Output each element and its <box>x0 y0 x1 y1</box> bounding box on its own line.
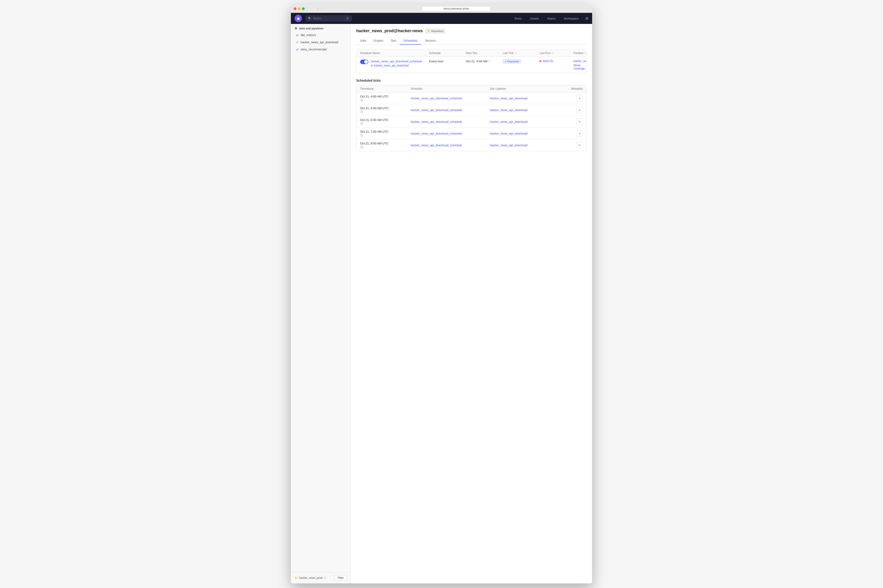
sync-icon-2: ⇄ <box>295 48 299 51</box>
schedule-name-link[interactable]: hacker_news_api_download_schedule <box>371 60 422 63</box>
show-coverage-link[interactable]: Show coverage <box>574 64 583 70</box>
last-run-info-icon: ⓘ <box>552 51 554 55</box>
last-run-cell[interactable]: 3ef2c72c <box>540 60 574 63</box>
schedule-toggle[interactable] <box>360 60 368 64</box>
table-row: Oct 21, 5:00 AM UTC 🕓 hacker_news_api_do… <box>357 104 586 116</box>
tick-expand-1: ∨ <box>569 105 583 115</box>
tab-sensors[interactable]: Sensors <box>421 37 440 45</box>
filter-button[interactable]: Filter <box>334 575 347 580</box>
tick-expand-4: ∨ <box>569 140 583 150</box>
sidebar: ⚙ Jobs and pipelines ⇄ dbt_metrics ↺ hac… <box>291 24 351 584</box>
sidebar-item-story-recommender[interactable]: ⇄ story_recommender <box>292 46 349 52</box>
requested-badge: 1 Requested <box>503 59 521 63</box>
sidebar-item-left: ⇄ dbt_metrics <box>295 33 316 37</box>
col-schedule-name: Schedule Name <box>360 51 429 55</box>
tick-timestamp-3: Oct 21, 7:00 AM UTC 🕓 <box>360 128 411 139</box>
tab-graphs[interactable]: Graphs <box>370 37 387 45</box>
app: ◆ 🔍 Search... / Runs Assets Status Works… <box>291 13 592 584</box>
refresh-icon: ↺ <box>295 41 299 44</box>
clock-icon-1: 🕓 <box>360 110 411 113</box>
sidebar-item-label: story_recommender <box>301 48 327 51</box>
back-button[interactable]: ‹ <box>318 7 318 10</box>
search-icon: 🔍 <box>308 17 311 20</box>
sidebar-footer: 📁 hacker_news_prod ↺ Filter <box>291 572 351 584</box>
tick-schedule-0: hacker_news_api_download_schedule <box>411 97 490 100</box>
traffic-lights <box>294 8 305 10</box>
titlebar: ‹ › demo.elementl.show <box>291 4 592 13</box>
tick-job-4: hacker_news_api_download <box>490 144 569 147</box>
search-shortcut: / <box>346 17 349 20</box>
nav-runs[interactable]: Runs <box>513 16 523 21</box>
forward-button[interactable]: › <box>320 7 321 10</box>
tick-expand-2: ∨ <box>569 117 583 127</box>
col-job-pipeline: Job / pipeline <box>490 87 569 90</box>
titlebar-center: demo.elementl.show <box>323 6 589 11</box>
nav-workspace[interactable]: Workspace <box>562 16 581 21</box>
expand-button-3[interactable]: ∨ <box>576 130 583 136</box>
sync-icon-1: ⇄ <box>295 34 299 37</box>
clock-icon-0: 🕓 <box>360 99 411 102</box>
partition-link[interactable]: hacker_news_api_download_partition_set <box>574 60 583 63</box>
next-tick-cell: Oct 21, 4:00 AM ⓘ <box>466 60 503 63</box>
tick-timestamp-1: Oct 21, 5:00 AM UTC 🕓 <box>360 104 411 116</box>
tick-timestamp-2: Oct 21, 6:00 AM UTC 🕓 <box>360 116 411 128</box>
col-next-tick: Next Tick <box>466 51 503 55</box>
sidebar-item-label: dbt_metrics <box>301 33 316 37</box>
section-title: Scheduled ticks <box>356 79 586 82</box>
tick-schedule-3: hacker_news_api_download_schedule <box>411 132 490 135</box>
sidebar-item-dbt-metrics[interactable]: ⇄ dbt_metrics <box>292 32 349 38</box>
expand-button-2[interactable]: ∨ <box>576 118 583 125</box>
schedule-name-cell: hacker_news_api_download_schedule ⚙ hack… <box>360 60 429 67</box>
maximize-button[interactable] <box>302 8 305 10</box>
nav-assets[interactable]: Assets <box>528 16 541 21</box>
sidebar-item-left: ↺ hacker_news_api_download <box>295 40 338 44</box>
tick-job-1: hacker_news_api_download <box>490 108 569 112</box>
col-timestamp: Timestamp <box>360 87 411 90</box>
address-bar[interactable]: demo.elementl.show <box>422 6 491 11</box>
sidebar-item-hacker-news[interactable]: ↺ hacker_news_api_download <box>292 39 349 45</box>
schedule-name-info: hacker_news_api_download_schedule ⚙ hack… <box>371 60 422 67</box>
expand-button-1[interactable]: ∨ <box>576 107 583 113</box>
url-text: demo.elementl.show <box>444 7 469 10</box>
schedule-row: hacker_news_api_download_schedule ⚙ hack… <box>357 57 586 73</box>
repo-badge[interactable]: 📁 Repository <box>425 28 446 33</box>
tick-schedule-2: hacker_news_api_download_schedule <box>411 120 490 123</box>
settings-icon[interactable]: ⚙ <box>585 16 588 21</box>
close-button[interactable] <box>294 8 297 10</box>
expand-button-4[interactable]: ∨ <box>576 142 583 148</box>
repo-badge-icon: 📁 <box>427 29 430 32</box>
partition-info-icon: ⓘ <box>585 51 586 55</box>
col-partition: Partition ⓘ <box>574 51 583 55</box>
content-area: hacker_news_prod@hacker-news 📁 Repositor… <box>351 24 592 584</box>
nav-links: Runs Assets Status Workspace ⚙ <box>513 16 588 21</box>
refresh-repo-icon[interactable]: ↺ <box>324 576 326 579</box>
page-title: hacker_news_prod@hacker-news <box>356 28 423 33</box>
col-metadata: Metadata <box>569 87 583 90</box>
page-title-bar: hacker_news_prod@hacker-news 📁 Repositor… <box>356 28 586 33</box>
tick-expand-0: ∨ <box>569 93 583 103</box>
col-last-run: Last Run ⓘ <box>540 51 574 55</box>
expand-button-0[interactable]: ∨ <box>576 95 583 101</box>
schedule-text-cell: Every hour <box>429 60 466 63</box>
table-row: Oct 21, 8:00 AM UTC 🕓 hacker_news_api_do… <box>357 140 586 151</box>
col-schedule: Schedule <box>429 51 466 55</box>
search-bar[interactable]: 🔍 Search... / <box>306 15 352 21</box>
schedule-sub-link[interactable]: ⚙ hacker_news_api_download <box>371 64 422 67</box>
tab-jobs[interactable]: Jobs <box>356 37 370 45</box>
col-last-tick: Last Tick ⓘ <box>503 51 540 55</box>
col-schedule-h: Schedule <box>411 87 490 90</box>
tabs: Jobs Graphs Ops Schedules Sensors <box>356 37 586 45</box>
next-tick-info-icon: ⓘ <box>488 60 491 63</box>
minimize-button[interactable] <box>298 8 301 10</box>
topnav: ◆ 🔍 Search... / Runs Assets Status Works… <box>291 13 592 24</box>
nav-status[interactable]: Status <box>545 16 558 21</box>
tab-schedules[interactable]: Schedules <box>400 37 421 45</box>
schedule-table: Schedule Name Schedule Next Tick Last Ti… <box>356 49 586 73</box>
tick-job-3: hacker_news_api_download <box>490 132 569 135</box>
repo-badge-label: Repository <box>432 30 444 32</box>
tab-ops[interactable]: Ops <box>387 37 400 45</box>
last-tick-info-icon: ⓘ <box>514 51 517 55</box>
sub-icon: ⚙ <box>371 64 373 67</box>
table-row: Oct 21, 7:00 AM UTC 🕓 hacker_news_api_do… <box>357 128 586 140</box>
tick-job-0: hacker_news_api_download <box>490 97 569 100</box>
